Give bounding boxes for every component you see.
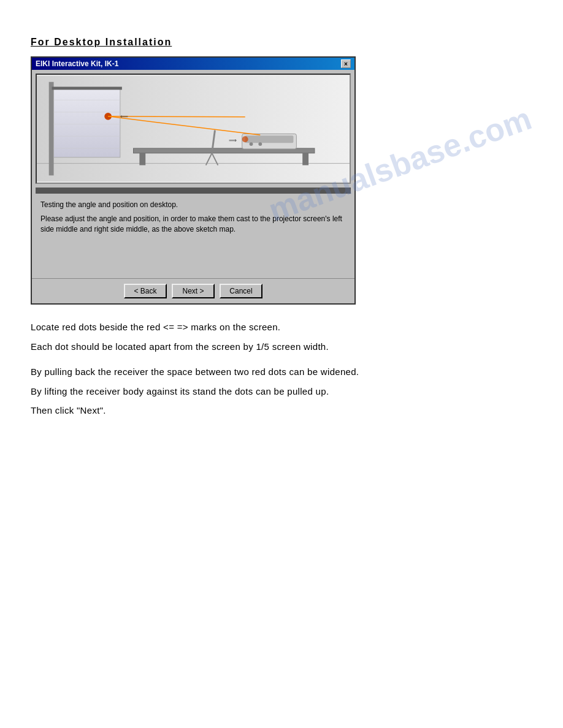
cancel-button[interactable]: Cancel <box>220 284 262 298</box>
paragraph-2-line-3: Then click "Next". <box>31 403 532 419</box>
svg-line-19 <box>108 116 245 117</box>
paragraph-2-line-2: By lifting the receiver body against its… <box>31 384 532 400</box>
paragraph-1: Locate red dots beside the red <= => mar… <box>31 319 532 354</box>
page-heading: For Desktop Installation <box>31 37 532 48</box>
svg-point-18 <box>242 136 248 142</box>
svg-point-16 <box>258 142 262 146</box>
dialog-divider <box>36 188 351 194</box>
back-button[interactable]: < Back <box>124 284 167 298</box>
svg-rect-12 <box>302 153 308 165</box>
paragraph-2: By pulling back the receiver the space b… <box>31 364 532 419</box>
dialog-footer: < Back Next > Cancel <box>32 278 354 303</box>
svg-rect-2 <box>49 82 54 176</box>
svg-rect-4 <box>52 87 122 90</box>
dialog-title: EIKI Interactive Kit, IK-1 <box>36 59 118 68</box>
dialog-titlebar: EIKI Interactive Kit, IK-1 × <box>32 58 354 70</box>
svg-rect-11 <box>139 153 145 165</box>
dialog-description-line2: Please adjust the angle and position, in… <box>40 214 346 235</box>
dialog-illustration: ⟸ ⟹ <box>36 74 351 184</box>
svg-text:⟹: ⟹ <box>229 137 237 143</box>
paragraph-1-line-1: Locate red dots beside the red <= => mar… <box>31 319 532 335</box>
dialog-close-button[interactable]: × <box>341 59 351 68</box>
dialog-description-line1: Testing the angle and position on deskto… <box>40 200 346 210</box>
next-button[interactable]: Next > <box>172 284 215 298</box>
svg-point-15 <box>250 142 253 146</box>
dialog-window: EIKI Interactive Kit, IK-1 × <box>31 56 356 305</box>
svg-rect-3 <box>54 88 120 157</box>
paragraph-2-line-1: By pulling back the receiver the space b… <box>31 364 532 380</box>
paragraph-1-line-2: Each dot should be located apart from th… <box>31 339 532 355</box>
body-text-area: Locate red dots beside the red <= => mar… <box>31 319 532 419</box>
svg-text:⟸: ⟸ <box>120 113 128 119</box>
svg-rect-14 <box>245 135 294 143</box>
dialog-body: Testing the angle and position on deskto… <box>32 194 354 278</box>
